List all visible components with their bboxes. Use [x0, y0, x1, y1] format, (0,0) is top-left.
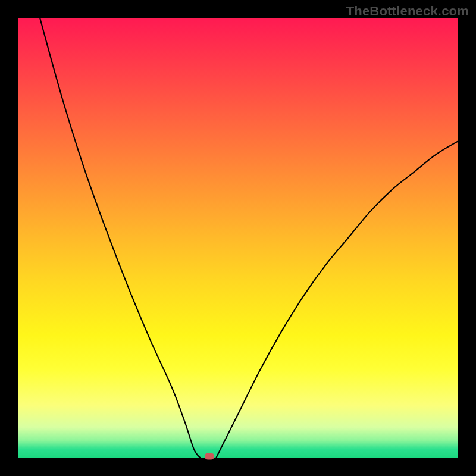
chart-frame: TheBottleneck.com [0, 0, 476, 476]
plot-area [18, 18, 458, 458]
watermark-text: TheBottleneck.com [346, 4, 469, 19]
curve-right-branch [216, 141, 458, 458]
optimal-point-marker [205, 453, 214, 460]
curve-left-branch [40, 18, 201, 458]
bottleneck-curve [18, 18, 458, 458]
